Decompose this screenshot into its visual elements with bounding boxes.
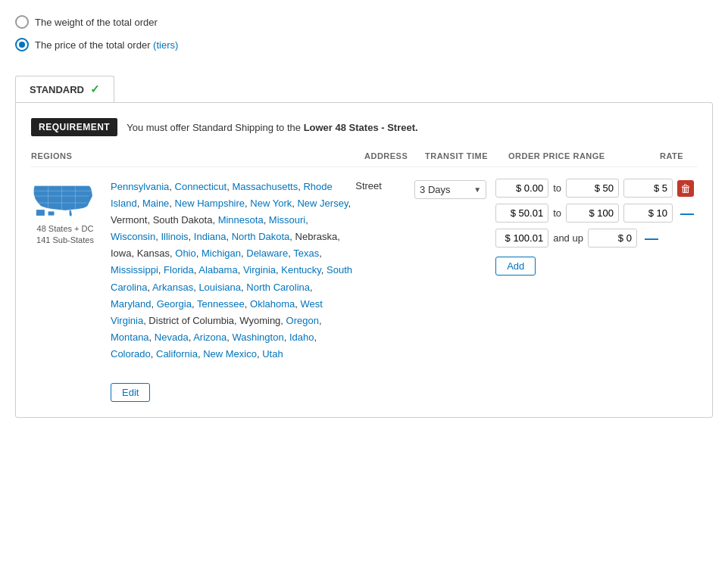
state-ohio[interactable]: Ohio — [175, 248, 195, 259]
rate-input-3[interactable] — [588, 229, 637, 248]
state-maryland[interactable]: Maryland — [111, 298, 151, 310]
state-nevada[interactable]: Nevada — [155, 332, 189, 343]
col-header-price-range: ORDER PRICE RANGE — [508, 151, 660, 160]
address-value: Street — [355, 180, 382, 191]
col-header-transit: TRANSIT TIME — [425, 151, 508, 160]
main-panel: REQUIREMENT You must offer Standard Ship… — [15, 102, 713, 418]
rate-input-1[interactable] — [623, 179, 673, 198]
price-from-1[interactable] — [495, 179, 548, 198]
state-texas[interactable]: Texas — [293, 248, 319, 259]
state-minnesota[interactable]: Minnesota — [218, 214, 264, 226]
state-arizona[interactable]: Arizona — [193, 332, 227, 343]
state-indiana[interactable]: Indiana — [194, 231, 227, 242]
state-oregon[interactable]: Oregon — [286, 315, 319, 326]
add-price-row-button[interactable]: Add — [495, 257, 536, 276]
column-headers: REGIONS ADDRESS TRANSIT TIME ORDER PRICE… — [31, 151, 697, 167]
edit-button[interactable]: Edit — [111, 383, 150, 402]
state-louisiana[interactable]: Louisiana — [198, 282, 241, 293]
to-label-2: to — [553, 207, 561, 219]
state-new-hampshire[interactable]: New Hampshire — [175, 198, 245, 209]
radio-option-weight[interactable]: The weight of the total order — [15, 15, 713, 29]
svg-rect-7 — [48, 211, 55, 215]
price-to-2[interactable] — [566, 204, 619, 223]
state-arkansas[interactable]: Arkansas — [152, 282, 193, 293]
region-row: 48 States + DC 141 Sub-States Pennsylvan… — [31, 179, 697, 402]
radio-price-circle[interactable] — [15, 38, 29, 51]
requirement-bar: REQUIREMENT You must offer Standard Ship… — [31, 118, 697, 136]
price-from-2[interactable] — [495, 204, 548, 223]
radio-price-label: The price of the total order (tiers) — [35, 39, 178, 51]
state-delaware[interactable]: Delaware — [246, 248, 288, 259]
state-idaho[interactable]: Idaho — [289, 332, 314, 343]
radio-option-price[interactable]: The price of the total order (tiers) — [15, 38, 713, 51]
state-washington[interactable]: Washington — [232, 332, 283, 343]
price-row-1: to 🗑 — [495, 179, 697, 198]
state-new-york[interactable]: New York — [250, 198, 292, 209]
transit-column: 3 Days ▼ — [414, 179, 495, 199]
transit-value: 3 Days — [420, 184, 450, 195]
trash-icon: 🗑 — [680, 182, 691, 195]
state-georgia[interactable]: Georgia — [157, 298, 192, 310]
state-florida[interactable]: Florida — [164, 264, 194, 276]
address-column: Street — [355, 179, 414, 191]
tab-label: STANDARD — [30, 84, 84, 95]
state-missouri[interactable]: Missouri — [269, 214, 305, 226]
state-north-dakota[interactable]: North Dakota — [232, 231, 290, 242]
state-virginia[interactable]: Virginia — [243, 264, 276, 276]
tiers-link[interactable]: (tiers) — [153, 39, 178, 51]
radio-group: The weight of the total order The price … — [0, 8, 728, 68]
col-header-regions: REGIONS — [31, 151, 364, 160]
dropdown-arrow-icon: ▼ — [473, 185, 481, 194]
col-header-address: ADDRESS — [364, 151, 425, 160]
state-massachusetts[interactable]: Massachusetts — [232, 181, 298, 192]
to-label-1: to — [553, 182, 561, 194]
states-list: Pennsylvania, Connecticut, Massachusetts… — [111, 179, 355, 402]
price-row-3: and up — — [495, 229, 697, 248]
state-california[interactable]: California — [156, 348, 198, 360]
state-utah[interactable]: Utah — [262, 348, 283, 360]
radio-weight-circle[interactable] — [15, 15, 29, 29]
state-new-mexico[interactable]: New Mexico — [203, 348, 257, 360]
standard-tab[interactable]: STANDARD ✓ — [15, 76, 114, 102]
delete-row-1-button[interactable]: 🗑 — [677, 180, 694, 197]
map-container: 48 States + DC 141 Sub-States — [31, 179, 99, 247]
radio-weight-label: The weight of the total order — [35, 17, 158, 28]
col-header-rate: RATE — [660, 151, 683, 160]
remove-row-2-button[interactable]: — — [677, 207, 697, 220]
state-north-carolina[interactable]: North Carolina — [246, 282, 310, 293]
state-connecticut[interactable]: Connecticut — [175, 181, 227, 192]
price-from-3[interactable] — [495, 229, 548, 248]
requirement-text: You must offer Standard Shipping to the … — [127, 122, 417, 133]
svg-rect-6 — [36, 210, 45, 216]
state-wisconsin[interactable]: Wisconsin — [111, 231, 155, 242]
state-michigan[interactable]: Michigan — [202, 248, 241, 259]
region-info: 48 States + DC 141 Sub-States Pennsylvan… — [31, 179, 355, 402]
and-up-label: and up — [553, 232, 583, 244]
state-oklahoma[interactable]: Oklahoma — [250, 298, 295, 310]
transit-select[interactable]: 3 Days ▼ — [414, 180, 486, 199]
us-map-icon — [31, 179, 99, 220]
state-mississippi[interactable]: Mississippi — [111, 264, 158, 276]
remove-row-3-button[interactable]: — — [642, 232, 661, 245]
state-maine[interactable]: Maine — [142, 198, 169, 209]
price-rates-column: to 🗑 to — and up — — [495, 179, 697, 276]
state-illinois[interactable]: Illinois — [161, 231, 188, 242]
state-montana[interactable]: Montana — [111, 332, 149, 343]
price-to-1[interactable] — [566, 179, 619, 198]
rate-input-2[interactable] — [623, 204, 673, 223]
requirement-badge: REQUIREMENT — [31, 118, 117, 136]
price-row-2: to — — [495, 204, 697, 223]
state-colorado[interactable]: Colorado — [111, 348, 151, 360]
state-pennsylvania[interactable]: Pennsylvania — [111, 181, 169, 192]
edit-button-container: Edit — [111, 372, 355, 402]
state-alabama[interactable]: Alabama — [198, 264, 237, 276]
state-tennessee[interactable]: Tennessee — [197, 298, 245, 310]
map-label: 48 States + DC 141 Sub-States — [36, 223, 94, 247]
add-button-container: Add — [495, 254, 697, 276]
check-icon: ✓ — [90, 83, 100, 96]
state-new-jersey[interactable]: New Jersey — [297, 198, 348, 209]
tab-container: STANDARD ✓ — [15, 76, 713, 102]
state-kentucky[interactable]: Kentucky — [281, 264, 321, 276]
